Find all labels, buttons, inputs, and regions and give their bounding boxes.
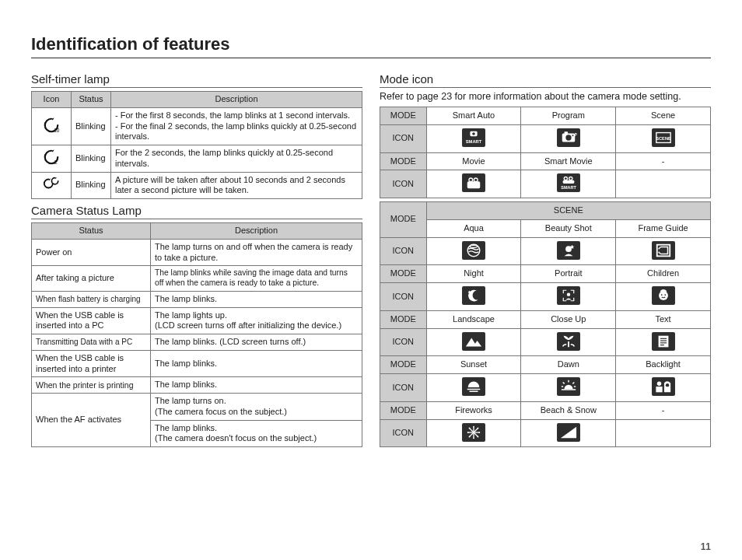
table-row: Blinking For the 2 seconds, the lamp bli… bbox=[32, 145, 362, 173]
table-row: When the printer is printingThe lamp bli… bbox=[32, 377, 362, 394]
program-icon bbox=[557, 128, 580, 147]
children-icon bbox=[652, 286, 675, 305]
th-desc: Description bbox=[111, 92, 362, 108]
th-icon: Icon bbox=[32, 92, 72, 108]
beach-snow-icon bbox=[557, 423, 580, 442]
status-cell: Blinking bbox=[72, 107, 111, 145]
desc-cell: A picture will be taken after about 10 s… bbox=[111, 172, 362, 199]
th-desc: Description bbox=[151, 223, 362, 240]
mode-icon-note: Refer to page 23 for more information ab… bbox=[380, 91, 711, 102]
desc-cell: - For the first 8 seconds, the lamp blin… bbox=[111, 107, 362, 145]
timer-2s-icon bbox=[43, 149, 60, 166]
desc-cell: For the 2 seconds, the lamp blinks quick… bbox=[111, 145, 362, 173]
timer-10s-icon bbox=[43, 117, 60, 134]
empty-icon-cell bbox=[616, 170, 711, 198]
mode-icon-heading: Mode icon bbox=[380, 72, 711, 88]
movie-icon bbox=[462, 173, 485, 192]
night-icon bbox=[462, 286, 485, 305]
empty-icon-cell bbox=[616, 419, 711, 447]
mode-icon-table-scene: MODE SCENE Aqua Beauty Shot Frame Guide … bbox=[380, 201, 711, 447]
sunset-icon bbox=[462, 377, 485, 396]
th-status: Status bbox=[32, 223, 151, 240]
self-timer-heading: Self-timer lamp bbox=[31, 72, 362, 88]
dawn-icon bbox=[557, 377, 580, 396]
landscape-icon bbox=[462, 332, 485, 351]
fireworks-icon bbox=[462, 423, 485, 442]
frame-guide-icon bbox=[652, 241, 675, 260]
table-row: When the USB cable is inserted into a PC… bbox=[32, 307, 362, 334]
camera-status-heading: Camera Status Lamp bbox=[31, 204, 362, 219]
timer-double-icon bbox=[43, 175, 60, 192]
aqua-icon bbox=[462, 241, 485, 260]
table-row: Power onThe lamp turns on and off when t… bbox=[32, 239, 362, 266]
portrait-icon bbox=[557, 286, 580, 305]
status-cell: Blinking bbox=[72, 172, 111, 199]
smart-auto-icon bbox=[462, 128, 485, 147]
status-cell: Blinking bbox=[72, 145, 111, 173]
backlight-icon bbox=[652, 377, 675, 396]
table-row: When the USB cable is inserted into a pr… bbox=[32, 350, 362, 377]
text-icon bbox=[652, 332, 675, 351]
smart-movie-icon bbox=[557, 173, 580, 192]
mode-icon-table-primary: MODE Smart Auto Program Scene ICON MODE … bbox=[380, 107, 711, 198]
table-row: When flash battery is chargingThe lamp b… bbox=[32, 291, 362, 307]
page-number: 11 bbox=[701, 541, 711, 552]
table-row: Transmitting Data with a PCThe lamp blin… bbox=[32, 334, 362, 351]
scene-icon bbox=[652, 128, 675, 147]
beauty-shot-icon bbox=[557, 241, 580, 260]
closeup-icon bbox=[557, 332, 580, 351]
self-timer-table: Icon Status Description Blinking - For t… bbox=[31, 91, 362, 199]
th-status: Status bbox=[72, 92, 111, 108]
camera-status-table: Status Description Power onThe lamp turn… bbox=[31, 222, 362, 447]
table-row: When the AF activates The lamp turns on.… bbox=[32, 394, 362, 421]
table-row: Blinking A picture will be taken after a… bbox=[32, 172, 362, 199]
page-title: Identification of features bbox=[31, 34, 711, 58]
table-row: After taking a pictureThe lamp blinks wh… bbox=[32, 266, 362, 292]
table-row: Blinking - For the first 8 seconds, the … bbox=[32, 107, 362, 145]
